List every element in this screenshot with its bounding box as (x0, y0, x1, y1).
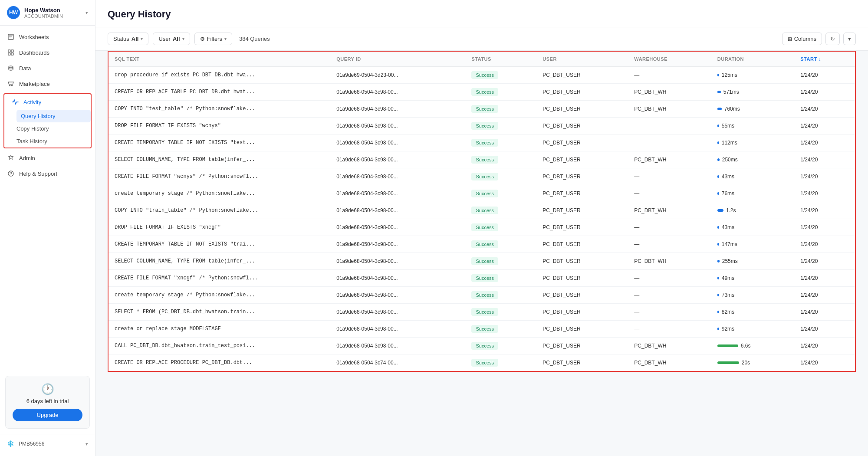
sql-text-cell: CREATE FILE FORMAT "xncgf" /* Python:sno… (108, 270, 330, 287)
activity-section: Activity Query History Copy History Task… (3, 93, 92, 148)
sql-text-cell: CREATE TEMPORARY TABLE IF NOT EXISTS "te… (108, 135, 330, 151)
org-id: PMB56956 (19, 441, 44, 447)
table-row[interactable]: CREATE OR REPLACE TABLE PC_DBT_DB.dbt_hw… (108, 84, 855, 101)
table-row[interactable]: CREATE FILE FORMAT "wcnys" /* Python:sno… (108, 168, 855, 185)
main-content: Query History Status All ▾ User All ▾ ⚙ … (95, 0, 868, 456)
svg-rect-7 (11, 53, 13, 55)
sidebar-item-label: Data (19, 65, 31, 72)
status-cell: Success (465, 321, 536, 338)
table-row[interactable]: SELECT * FROM (PC_DBT_DB.dbt_hwatson.tra… (108, 304, 855, 321)
col-status[interactable]: STATUS (465, 51, 536, 67)
start-cell: 1/24/20 (794, 67, 855, 84)
status-filter[interactable]: Status All ▾ (108, 33, 148, 45)
table-row[interactable]: CREATE TEMPORARY TABLE IF NOT EXISTS "tr… (108, 236, 855, 253)
columns-icon: ⊞ (788, 36, 792, 42)
trial-text: 6 days left in trial (13, 398, 82, 404)
table-row[interactable]: CREATE TEMPORARY TABLE IF NOT EXISTS "te… (108, 135, 855, 151)
filters-button[interactable]: ⚙ Filters ▾ (194, 33, 232, 45)
user-filter[interactable]: User All ▾ (153, 33, 190, 45)
sidebar-item-copy-history[interactable]: Copy History (16, 122, 91, 135)
table-row[interactable]: SELECT COLUMN_NAME, TYPE FROM table(infe… (108, 151, 855, 168)
table-row[interactable]: drop procedure if exists PC_DBT_DB.dbt_h… (108, 67, 855, 84)
warehouse-cell: PC_DBT_WH (628, 253, 711, 270)
query-id-cell: 01a9de68-0504-3c98-00... (330, 135, 465, 151)
user-cell: PC_DBT_USER (536, 304, 628, 321)
col-sql-text[interactable]: SQL TEXT (108, 51, 330, 67)
sidebar-item-query-history[interactable]: Query History (16, 110, 91, 122)
table-row[interactable]: CREATE FILE FORMAT "xncgf" /* Python:sno… (108, 270, 855, 287)
col-duration[interactable]: DURATION (711, 51, 795, 67)
table-row[interactable]: DROP FILE FORMAT IF EXISTS "wcnys" 01a9d… (108, 118, 855, 135)
table-row[interactable]: CALL PC_DBT_DB.dbt_hwatson.train_test_po… (108, 338, 855, 354)
query-id-cell: 01a9de68-0504-3c98-00... (330, 101, 465, 118)
table-row[interactable]: create temporary stage /* Python:snowfla… (108, 185, 855, 202)
user-cell: PC_DBT_USER (536, 253, 628, 270)
user-cell: PC_DBT_USER (536, 219, 628, 236)
worksheets-icon (7, 33, 15, 41)
more-button[interactable]: ▾ (843, 33, 856, 45)
svg-point-10 (12, 85, 13, 86)
user-cell: PC_DBT_USER (536, 270, 628, 287)
status-cell: Success (465, 101, 536, 118)
col-start[interactable]: START ↓ (794, 51, 855, 67)
table-row[interactable]: create or replace stage MODELSTAGE 01a9d… (108, 321, 855, 338)
warehouse-cell: PC_DBT_WH (628, 338, 711, 354)
table-row[interactable]: SELECT COLUMN_NAME, TYPE FROM table(infe… (108, 253, 855, 270)
sql-text-cell: CREATE OR REPLACE PROCEDURE PC_DBT_DB.db… (108, 354, 330, 372)
sql-text-cell: create temporary stage /* Python:snowfla… (108, 287, 330, 304)
col-user[interactable]: USER (536, 51, 628, 67)
warehouse-cell: — (628, 270, 711, 287)
query-id-cell: 01a9de68-0504-3c98-00... (330, 304, 465, 321)
col-warehouse[interactable]: WAREHOUSE (628, 51, 711, 67)
warehouse-cell: — (628, 135, 711, 151)
columns-button[interactable]: ⊞ Columns (782, 33, 822, 45)
query-id-cell: 01a9de68-0504-3c98-00... (330, 338, 465, 354)
admin-icon (7, 154, 15, 162)
table-row[interactable]: CREATE OR REPLACE PROCEDURE PC_DBT_DB.db… (108, 354, 855, 372)
start-cell: 1/24/20 (794, 304, 855, 321)
sql-text-cell: DROP FILE FORMAT IF EXISTS "wcnys" (108, 118, 330, 135)
duration-cell: 571ms (711, 84, 795, 101)
refresh-button[interactable]: ↻ (825, 33, 840, 45)
sql-text-cell: COPY INTO "train_table" /* Python:snowfl… (108, 202, 330, 219)
table-row[interactable]: DROP FILE FORMAT IF EXISTS "xncgf" 01a9d… (108, 219, 855, 236)
user-name: Hope Watson (24, 7, 81, 13)
sidebar-item-data[interactable]: Data (0, 60, 95, 76)
org-chevron-icon: ▾ (85, 441, 88, 447)
sql-text-cell: SELECT * FROM (PC_DBT_DB.dbt_hwatson.tra… (108, 304, 330, 321)
start-cell: 1/24/20 (794, 338, 855, 354)
sidebar-item-dashboards[interactable]: Dashboards (0, 45, 95, 60)
user-profile[interactable]: HW Hope Watson ACCOUNTADMIN ▾ (0, 0, 95, 26)
col-query-id[interactable]: QUERY ID (330, 51, 465, 67)
user-label: User (158, 36, 170, 42)
sidebar-item-task-history[interactable]: Task History (16, 135, 91, 148)
start-cell: 1/24/20 (794, 135, 855, 151)
avatar: HW (7, 6, 20, 19)
sidebar-item-help[interactable]: Help & Support (0, 166, 95, 181)
start-cell: 1/24/20 (794, 321, 855, 338)
sidebar-item-worksheets[interactable]: Worksheets (0, 29, 95, 45)
table-row[interactable]: create temporary stage /* Python:snowfla… (108, 287, 855, 304)
upgrade-button[interactable]: Upgrade (13, 409, 82, 421)
query-id-cell: 01a9de68-0504-3c98-00... (330, 287, 465, 304)
table-row[interactable]: COPY INTO "train_table" /* Python:snowfl… (108, 202, 855, 219)
sidebar-item-marketplace[interactable]: Marketplace (0, 76, 95, 92)
status-cell: Success (465, 253, 536, 270)
table-row[interactable]: COPY INTO "test_table" /* Python:snowfla… (108, 101, 855, 118)
duration-cell: 43ms (711, 168, 795, 185)
sql-text-cell: CREATE TEMPORARY TABLE IF NOT EXISTS "tr… (108, 236, 330, 253)
status-cell: Success (465, 236, 536, 253)
user-cell: PC_DBT_USER (536, 168, 628, 185)
dashboards-icon (7, 49, 15, 56)
query-id-cell: 01a9de68-0504-3c98-00... (330, 185, 465, 202)
toolbar-right: ⊞ Columns ↻ ▾ (782, 33, 856, 45)
sidebar-item-admin[interactable]: Admin (0, 150, 95, 166)
table-container: SQL TEXT QUERY ID STATUS USER WAREHOUSE … (95, 51, 868, 456)
svg-point-8 (9, 66, 13, 68)
sidebar-item-activity[interactable]: Activity (4, 94, 91, 110)
clock-icon: 🕐 (13, 383, 82, 395)
warehouse-cell: PC_DBT_WH (628, 101, 711, 118)
sidebar-item-label: Help & Support (19, 171, 57, 177)
duration-cell: 125ms (711, 67, 795, 84)
start-cell: 1/24/20 (794, 219, 855, 236)
